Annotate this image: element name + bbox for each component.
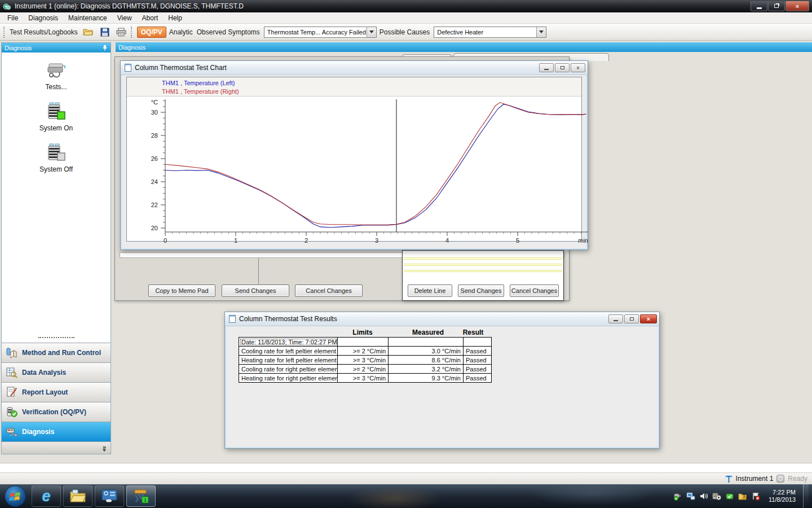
chevron-expand-icon[interactable]: »	[103, 445, 106, 449]
folder-warning-icon[interactable]	[738, 492, 747, 501]
observed-symptoms-value: Thermostat Temp... Accuracy Failed	[264, 29, 367, 36]
menu-view[interactable]: View	[112, 13, 137, 23]
control-panel-button[interactable]	[95, 485, 124, 507]
menu-maintenance[interactable]: Maintenance	[63, 13, 112, 23]
send-changes-button[interactable]: Send Changes	[222, 284, 289, 297]
window-controls: ×	[750, 1, 809, 11]
main-panel-header: Diagnosis	[116, 42, 812, 52]
test-measured: 3.0 °C/min	[389, 347, 464, 356]
observed-symptoms-combo[interactable]: Thermostat Temp... Accuracy Failed	[264, 27, 377, 38]
cancel-changes-button[interactable]: Cancel Changes	[510, 284, 559, 297]
chart-window-title: Column Thermostat Test Chart	[135, 64, 227, 72]
possible-causes-value: Defective Heater	[434, 29, 536, 36]
file-explorer-button[interactable]	[63, 485, 92, 507]
start-button[interactable]	[5, 485, 26, 507]
table-row[interactable]: Cooling rate for right peltier element >…	[239, 365, 492, 374]
restore-button[interactable]	[768, 1, 785, 11]
maximize-button[interactable]	[555, 63, 570, 72]
cancel-changes-button[interactable]: Cancel Changes	[295, 284, 363, 297]
internet-explorer-icon: e	[42, 489, 50, 504]
logbooks-label: Test Results/Logbooks	[10, 28, 78, 36]
combo-arrow-icon[interactable]	[367, 27, 376, 37]
side-panel-header: Diagnosis	[2, 43, 111, 52]
send-changes-button[interactable]: Send Changes	[458, 284, 504, 297]
menu-diagnosis[interactable]: Diagnosis	[23, 13, 63, 23]
nav-diagnosis[interactable]: Diagnosis	[2, 422, 111, 441]
data-analysis-icon	[6, 367, 17, 378]
table-row[interactable]: Cooling rate for left peltier element >=…	[239, 347, 492, 356]
pin-icon[interactable]	[102, 45, 108, 51]
close-button[interactable]: ×	[571, 63, 585, 72]
toolbar-grip[interactable]	[3, 27, 5, 38]
table-row[interactable]: Heating rate for left peltier element >=…	[239, 356, 492, 365]
menu-abort[interactable]: Abort	[137, 13, 164, 23]
toolbar-grip-2[interactable]	[131, 27, 133, 38]
possible-causes-combo[interactable]: Defective Heater	[434, 27, 546, 38]
nav-overflow-bar[interactable]: »	[2, 441, 111, 454]
nav-resize-grip[interactable]	[38, 337, 74, 341]
svg-text:°C: °C	[151, 99, 158, 106]
internet-explorer-button[interactable]: e	[32, 485, 61, 507]
test-result: Passed	[464, 365, 492, 374]
chart-window-titlebar[interactable]: Column Thermostat Test Chart ×	[121, 61, 588, 75]
maximize-button[interactable]	[624, 314, 639, 323]
svg-text:30: 30	[151, 109, 158, 116]
nav-method-run-control[interactable]: Method and Run Control	[2, 343, 111, 362]
oqpv-button[interactable]: OQ/PV	[137, 27, 166, 38]
combo-arrow-icon[interactable]	[536, 27, 546, 37]
date-cell[interactable]: Date: 11/8/2013; Time: 7:02:27 PM	[239, 338, 338, 347]
system-on-tool[interactable]: System On	[39, 102, 73, 132]
media-tool-icon[interactable]	[712, 492, 721, 501]
svg-text:4: 4	[445, 237, 449, 244]
results-window-titlebar[interactable]: Column Thermostat Test Results ×	[225, 312, 659, 326]
minimize-button[interactable]	[608, 314, 623, 323]
folder-icon	[69, 489, 86, 503]
main-panel-title: Diagnosis	[118, 44, 145, 51]
system-off-icon	[44, 143, 68, 163]
windows-flag-icon	[9, 491, 21, 502]
show-desktop-button[interactable]	[803, 484, 809, 508]
screen: Instrument 1 (online): Diagnosis DGTHMTS…	[0, 0, 812, 508]
taskbar-clock[interactable]: 7:22 PM 11/8/2013	[769, 489, 796, 503]
workspace: Diagnosis Tests...	[0, 41, 812, 463]
system-tray: 7:22 PM 11/8/2013	[673, 484, 811, 508]
copy-to-memo-pad-button[interactable]: Copy to Memo Pad	[148, 284, 215, 297]
minimize-button[interactable]	[539, 63, 554, 72]
save-button[interactable]	[98, 26, 112, 38]
test-limit: >= 2 °C/min	[338, 365, 389, 374]
minimize-button[interactable]	[751, 1, 767, 11]
table-row[interactable]: Heating rate for right peltier element >…	[239, 374, 492, 383]
thermostat-chart-svg[interactable]: 202224262830012345°Cmin	[127, 97, 593, 244]
chevron-down-icon[interactable]	[103, 449, 106, 452]
test-limit: >= 2 °C/min	[338, 347, 389, 356]
nav-data-analysis[interactable]: Data Analysis	[2, 362, 111, 382]
sync-check-icon[interactable]	[725, 492, 734, 501]
nav-verification-oqpv[interactable]: Verification (OQ/PV)	[2, 402, 111, 422]
column-header-limits: Limits	[337, 329, 388, 336]
test-limit: >= 3 °C/min	[338, 374, 389, 383]
nav-label: Diagnosis	[22, 428, 54, 436]
tests-tool[interactable]: Tests...	[45, 60, 68, 91]
test-measured: 9.3 °C/min	[389, 374, 464, 383]
system-off-tool[interactable]: System Off	[39, 143, 73, 173]
network-computer-icon[interactable]	[686, 492, 695, 501]
nav-report-layout[interactable]: Report Layout	[2, 382, 111, 402]
taskbar: e 1 7:22 PM 11/8/2013	[0, 484, 812, 508]
test-measured: 3.2 °C/min	[389, 365, 464, 374]
open-folder-button[interactable]	[82, 26, 95, 38]
menu-file[interactable]: File	[2, 13, 23, 23]
svg-text:1: 1	[234, 237, 237, 244]
usb-device-icon[interactable]	[673, 492, 682, 501]
table-row-date[interactable]: Date: 11/8/2013; Time: 7:02:27 PM	[239, 338, 492, 347]
close-button[interactable]: ×	[640, 314, 657, 323]
menu-help[interactable]: Help	[163, 13, 187, 23]
action-center-icon[interactable]	[751, 492, 760, 501]
delete-line-button[interactable]: Delete Line	[408, 284, 452, 297]
nav-label: Method and Run Control	[22, 349, 101, 357]
app-badge: 1	[144, 497, 147, 503]
print-button[interactable]	[114, 26, 128, 38]
close-button[interactable]: ×	[785, 1, 809, 11]
test-description: Heating rate for right peltier element	[239, 374, 338, 383]
volume-icon[interactable]	[699, 492, 708, 501]
instrument-app-button[interactable]: 1	[126, 485, 156, 507]
